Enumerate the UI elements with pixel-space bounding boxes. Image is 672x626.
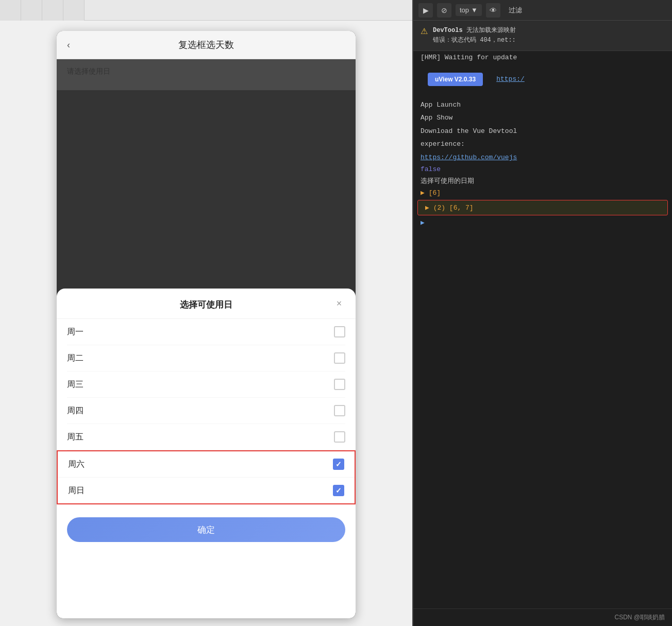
eye-button[interactable]: 👁 <box>486 3 500 18</box>
checkbox-list: 周一 周二 周三 周四 <box>57 319 356 450</box>
play-icon: ▶ <box>423 6 429 14</box>
devtools-warning: ⚠ DevTools 无法加载来源映射 错误：状态代码 404，net:: <box>413 21 672 51</box>
console-app-show: App Show <box>413 111 672 125</box>
checkbox-sat[interactable] <box>333 459 344 470</box>
back-button[interactable]: ‹ <box>67 40 70 50</box>
day-label-thu: 周四 <box>67 405 83 416</box>
day-label-mon: 周一 <box>67 327 83 337</box>
day-row-tue[interactable]: 周二 <box>67 345 345 371</box>
day-label-sun: 周日 <box>68 485 85 496</box>
warning-error: 错误：状态代码 404，net:: <box>433 37 516 44</box>
day-label-tue: 周二 <box>67 353 83 364</box>
warning-icon: ⚠ <box>421 26 428 45</box>
filter-label: 过滤 <box>509 6 522 15</box>
checkbox-thu[interactable] <box>334 405 345 416</box>
console-arrow[interactable]: ▶ <box>413 217 672 228</box>
console-array-6[interactable]: ▶ [6] <box>413 187 672 198</box>
checkbox-mon[interactable] <box>334 326 345 337</box>
warning-message: 无法加载来源映射 <box>466 27 516 34</box>
attribution-text: CSDN @耶啖奶腊 <box>413 608 672 626</box>
day-row-mon[interactable]: 周一 <box>67 319 345 345</box>
block-icon: ⊘ <box>441 6 447 14</box>
console-array-highlighted[interactable]: ▶ (2) [6, 7] <box>417 200 668 215</box>
checkbox-wed[interactable] <box>334 379 345 390</box>
context-label: top <box>460 6 469 14</box>
console-date-label: 选择可使用的日期 <box>413 175 672 187</box>
confirm-button-wrap: 确定 <box>57 504 356 552</box>
hmr-line: [HMR] Waiting for update <box>413 51 672 64</box>
devtools-panel: ▶ ⊘ top ▼ 👁 过滤 ⚠ DevTools 无法加载来源映射 错误：状态… <box>412 0 672 626</box>
tab-3[interactable] <box>42 0 63 21</box>
top-bar <box>0 0 412 21</box>
uview-badge[interactable]: uView V2.0.33 <box>428 73 483 86</box>
devtools-toolbar: ▶ ⊘ top ▼ 👁 过滤 <box>413 0 672 21</box>
checkbox-sun[interactable] <box>333 485 344 496</box>
eye-icon: 👁 <box>490 6 497 14</box>
block-button[interactable]: ⊘ <box>437 3 451 18</box>
console-output: App Launch App Show Download the Vue Dev… <box>413 94 672 608</box>
modal-header: 选择可使用日 × <box>57 289 356 319</box>
left-panel: ‹ 复选框选天数 请选择使用日 选择可使用日 × 周一 <box>0 0 412 626</box>
checked-days-group: 周六 周日 <box>57 450 356 504</box>
day-row-wed[interactable]: 周三 <box>67 371 345 398</box>
play-button[interactable]: ▶ <box>418 3 433 18</box>
day-row-fri[interactable]: 周五 <box>67 424 345 450</box>
confirm-label: 确定 <box>197 524 215 536</box>
modal-overlay: 选择可使用日 × 周一 周二 周三 <box>57 90 356 618</box>
day-label-sat: 周六 <box>68 459 85 470</box>
page-title: 复选框选天数 <box>178 39 234 51</box>
checkbox-tue[interactable] <box>334 352 345 364</box>
day-row-sat[interactable]: 周六 <box>58 451 355 477</box>
console-app-launch: App Launch <box>413 98 672 112</box>
uview-link[interactable]: https:/ <box>496 75 525 83</box>
modal-close-button[interactable]: × <box>333 297 345 310</box>
tab-2[interactable] <box>21 0 42 21</box>
day-row-sun[interactable]: 周日 <box>58 477 355 503</box>
day-row-thu[interactable]: 周四 <box>67 398 345 424</box>
checkbox-fri[interactable] <box>334 431 345 443</box>
console-false: false <box>413 164 672 175</box>
day-label-wed: 周三 <box>67 379 83 390</box>
confirm-button[interactable]: 确定 <box>67 517 345 542</box>
mobile-frame: ‹ 复选框选天数 请选择使用日 选择可使用日 × 周一 <box>57 31 356 618</box>
day-label-fri: 周五 <box>67 432 83 443</box>
page-subtitle: 请选择使用日 <box>57 59 356 84</box>
context-dropdown[interactable]: top ▼ <box>456 4 482 16</box>
console-devtool-2: experience: <box>413 138 672 151</box>
console-devtool-1: Download the Vue Devtool <box>413 125 672 138</box>
page-title-bar: ‹ 复选框选天数 <box>57 31 356 59</box>
tab-4[interactable] <box>63 0 85 21</box>
modal-title: 选择可使用日 <box>180 299 232 311</box>
chevron-down-icon: ▼ <box>471 6 478 14</box>
modal-card: 选择可使用日 × 周一 周二 周三 <box>57 289 356 618</box>
warning-text: DevTools 无法加载来源映射 错误：状态代码 404，net:: <box>433 26 516 45</box>
tab-1[interactable] <box>0 0 21 21</box>
warning-devtools-label: DevTools <box>433 27 463 34</box>
console-devtool-link[interactable]: https://github.com/vuejs <box>413 151 672 164</box>
